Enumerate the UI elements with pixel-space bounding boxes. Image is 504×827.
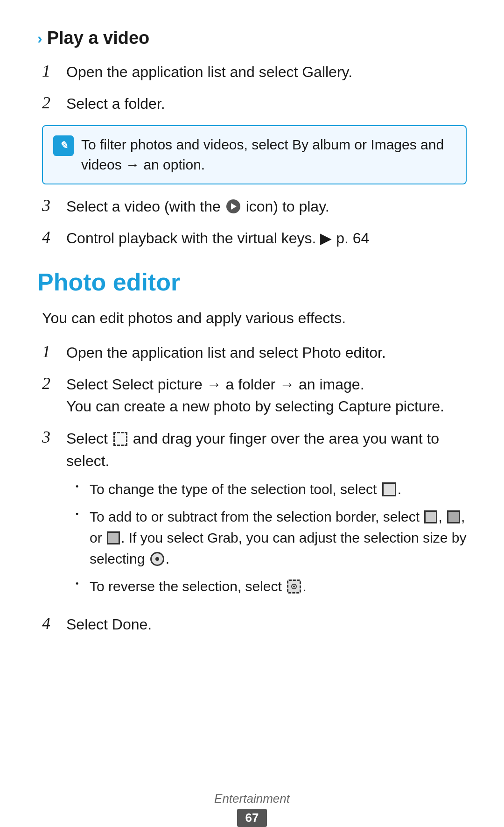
pe-step-text-4: Select Done. <box>66 614 467 635</box>
pe-step-text-2: Select Select picture → a folder → an im… <box>66 374 467 417</box>
or-text: or <box>90 530 106 545</box>
step-number-4: 4 <box>42 227 66 247</box>
add-icon <box>424 510 437 523</box>
pe-step-number-3: 3 <box>42 427 66 447</box>
pe-step-3-bullets: • To change the type of the selection to… <box>76 479 467 597</box>
reverse-svg <box>290 583 298 590</box>
footer: Entertainment 67 <box>37 792 467 827</box>
step-number-3: 3 <box>42 196 66 216</box>
play-video-header: › Play a video <box>37 28 467 48</box>
step-number-2: 2 <box>42 93 66 113</box>
note-box: ✎ To filter photos and videos, select By… <box>42 125 467 184</box>
circle-dot-inner <box>155 557 159 561</box>
pe-step-2: 2 Select Select picture → a folder → an … <box>37 374 467 417</box>
circle-dot-icon <box>150 552 164 566</box>
pe-step-text-1: Open the application list and select Pho… <box>66 342 467 363</box>
play-video-step-1: 1 Open the application list and select G… <box>37 61 467 83</box>
bullet-text-2: To add to or subtract from the selection… <box>90 506 467 569</box>
page-wrapper: › Play a video 1 Open the application li… <box>37 28 467 827</box>
subtract-icon <box>447 510 460 523</box>
play-triangle <box>231 203 237 210</box>
step-text-4: Control playback with the virtual keys. … <box>66 227 467 249</box>
note-icon: ✎ <box>53 135 74 156</box>
bullet-text-1: To change the type of the selection tool… <box>90 479 401 500</box>
bullet-item-2: • To add to or subtract from the selecti… <box>76 506 467 569</box>
step-text-3: Select a video (with the icon) to play. <box>66 196 467 217</box>
play-video-step-2: 2 Select a folder. <box>37 93 467 114</box>
bullet-dot-1: • <box>76 481 85 493</box>
play-icon <box>226 199 240 213</box>
bullet-item-1: • To change the type of the selection to… <box>76 479 467 500</box>
selection-tool-icon <box>113 432 127 446</box>
play-video-title: Play a video <box>47 28 150 48</box>
chevron-icon: › <box>37 31 42 46</box>
pe-step-number-1: 1 <box>42 342 66 362</box>
note-text: To filter photos and videos, select By a… <box>81 134 455 175</box>
step-text-1: Open the application list and select Gal… <box>66 61 467 83</box>
pe-step-1: 1 Open the application list and select P… <box>37 342 467 363</box>
selection-solid-icon <box>382 482 396 496</box>
photo-editor-title: Photo editor <box>37 268 467 296</box>
play-video-step-3: 3 Select a video (with the icon) to play… <box>37 196 467 217</box>
pe-step-4: 4 Select Done. <box>37 614 467 635</box>
grab-icon <box>107 531 120 544</box>
pe-step-number-4: 4 <box>42 614 66 634</box>
step-number-1: 1 <box>42 61 66 81</box>
svg-point-1 <box>293 586 295 587</box>
footer-page: 67 <box>237 809 267 827</box>
bullet-dot-3: • <box>76 578 85 590</box>
play-video-step-4: 4 Control playback with the virtual keys… <box>37 227 467 249</box>
bullet-text-3: To reverse the selection, select . <box>90 576 307 597</box>
photo-editor-intro: You can edit photos and apply various ef… <box>37 307 467 329</box>
footer-label: Entertainment <box>214 792 290 806</box>
pe-step-number-2: 2 <box>42 374 66 394</box>
step-text-2: Select a folder. <box>66 93 467 114</box>
bullet-item-3: • To reverse the selection, select . <box>76 576 467 597</box>
pe-step-text-3: Select and drag your finger over the are… <box>66 427 467 603</box>
pe-step-3: 3 Select and drag your finger over the a… <box>37 427 467 603</box>
reverse-icon <box>287 580 301 594</box>
bullet-dot-2: • <box>76 508 85 521</box>
